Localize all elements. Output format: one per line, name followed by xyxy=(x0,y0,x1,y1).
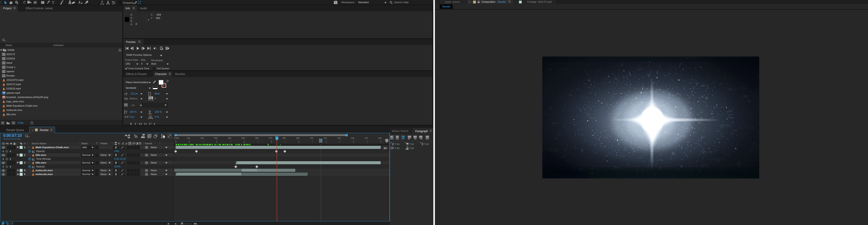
svg-text:TT: TT xyxy=(138,122,142,125)
svg-text:T: T xyxy=(146,123,147,125)
svg-text:A: A xyxy=(126,97,128,100)
svg-text:T: T xyxy=(144,122,146,125)
svg-text:{}: {} xyxy=(10,222,13,225)
svg-text:あ: あ xyxy=(150,116,152,118)
svg-text:T: T xyxy=(134,122,136,125)
svg-text:T: T xyxy=(125,110,127,114)
svg-text:,: , xyxy=(155,124,156,125)
svg-text:T: T xyxy=(125,92,127,96)
svg-text:T: T xyxy=(52,0,55,5)
svg-text:V: V xyxy=(124,97,126,100)
svg-text:1: 1 xyxy=(151,123,152,125)
svg-text:a: a xyxy=(126,116,127,118)
svg-text:T: T xyxy=(153,122,155,125)
svg-text:A: A xyxy=(124,115,126,118)
svg-text:T: T xyxy=(149,122,151,125)
svg-text:fx: fx xyxy=(125,142,128,145)
svg-text:VA: VA xyxy=(149,96,152,99)
svg-text:T: T xyxy=(149,110,151,114)
svg-text:A: A xyxy=(150,94,151,96)
svg-text:Snapping: Snapping xyxy=(123,1,134,4)
svg-text:T: T xyxy=(130,122,132,125)
